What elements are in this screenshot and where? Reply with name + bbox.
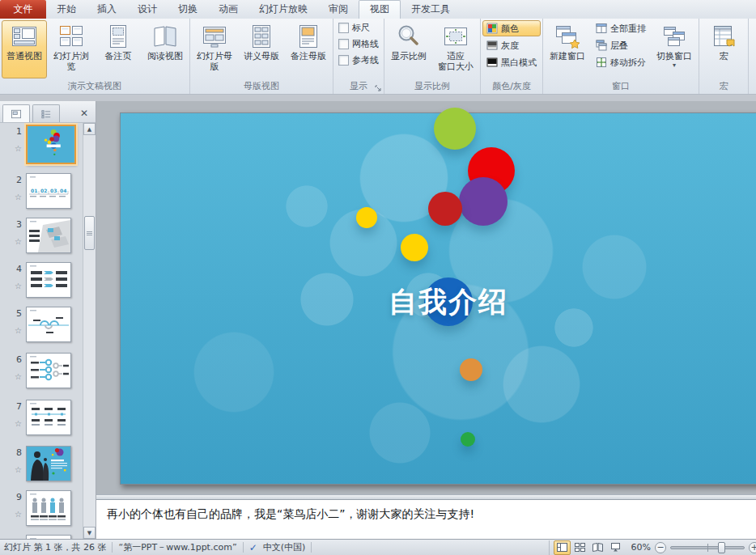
slide-circle-8[interactable] — [460, 358, 482, 381]
view-shortcuts — [549, 540, 624, 555]
move-split-button[interactable]: 移动拆分 — [592, 54, 650, 70]
ruler-checkbox[interactable] — [338, 23, 349, 33]
slide-master-label: 幻灯片母版 — [193, 51, 236, 72]
tab-view[interactable]: 视图 — [359, 0, 401, 19]
slide-thumbnail-3[interactable]: 3☆ — [0, 218, 71, 253]
zoom-out-button[interactable]: − — [655, 542, 666, 553]
slide-thumbnail-7[interactable]: 7☆ — [0, 400, 71, 435]
thumbnail-scrollbar[interactable]: ▲ ▼ — [83, 123, 96, 539]
zoom-percentage[interactable]: 60% — [631, 542, 651, 553]
ruler-button[interactable]: 标尺 — [335, 20, 382, 36]
slide-thumb-image[interactable] — [26, 307, 71, 342]
group-label-window: 窗口 — [543, 80, 699, 92]
switch-window-button[interactable]: 切换窗口▾ — [652, 20, 697, 78]
animation-star-icon: ☆ — [15, 419, 22, 428]
thumbnail-list: 1☆2☆010203043☆4☆5☆6☆7☆8☆9☆ — [0, 123, 83, 539]
dialog-launcher-icon[interactable] — [374, 84, 382, 92]
slide-thumbnail-2[interactable]: 2☆01020304 — [0, 173, 71, 209]
slide-thumb-image[interactable] — [26, 490, 71, 526]
slide-canvas[interactable]: 自我介绍 — [120, 112, 756, 485]
slide-thumb-image[interactable] — [26, 400, 71, 435]
slide-thumbnail-5[interactable]: 5☆ — [0, 307, 71, 342]
group-label-color-grayscale: 颜色/灰度 — [481, 80, 542, 92]
slide-thumbnail-1[interactable]: 1☆ — [0, 125, 76, 164]
fit-to-window-button[interactable]: 适应 窗口大小 — [433, 20, 478, 78]
slide-thumb-image[interactable] — [26, 446, 71, 481]
scroll-up-button[interactable]: ▲ — [83, 123, 96, 135]
reading-view-button[interactable]: 阅读视图 — [142, 20, 188, 78]
grayscale-button[interactable]: 灰度 — [482, 37, 541, 53]
notes-master-label: 备注母版 — [291, 51, 326, 61]
zoom-slider[interactable] — [670, 546, 745, 549]
slide-circle-6[interactable] — [401, 234, 428, 261]
handout-master-icon — [248, 23, 274, 49]
tab-slideshow[interactable]: 幻灯片放映 — [248, 0, 318, 19]
dropdown-arrow-icon: ▾ — [673, 62, 676, 69]
color-button[interactable]: 颜色 — [482, 20, 541, 36]
new-window-button[interactable]: 新建窗口 — [545, 20, 590, 78]
slideshow-button[interactable] — [607, 540, 624, 555]
ribbon-group-show: 标尺网格线参考线显示 — [333, 19, 384, 94]
notes-pane[interactable]: 再小的个体也有自己的品牌，我是“菜鸟店小二”，谢谢大家的关注与支持! — [96, 499, 756, 539]
notes-master-button[interactable]: 备注母版 — [286, 20, 331, 78]
scrollbar-thumb[interactable] — [84, 216, 95, 250]
outline-tab[interactable] — [32, 104, 60, 122]
tab-animations[interactable]: 动画 — [208, 0, 248, 19]
normal-view-button[interactable] — [554, 540, 571, 555]
close-panel-button[interactable]: ✕ — [78, 107, 91, 120]
macro-button[interactable]: 宏 — [701, 20, 746, 78]
color-label: 颜色 — [501, 23, 519, 34]
slide-thumb-image[interactable] — [26, 353, 71, 388]
normal-view-button[interactable]: 普通视图 — [2, 20, 47, 78]
slide-circle-4[interactable] — [428, 192, 462, 226]
tab-transitions[interactable]: 切换 — [168, 0, 208, 19]
animation-star-icon: ☆ — [15, 282, 22, 290]
slide-circle-5[interactable] — [356, 207, 377, 228]
slide-thumb-image[interactable]: 01020304 — [26, 173, 71, 209]
guides-button[interactable]: 参考线 — [335, 53, 382, 68]
notes-text[interactable]: 再小的个体也有自己的品牌，我是“菜鸟店小二”，谢谢大家的关注与支持! — [96, 500, 756, 522]
slide-circle-1[interactable] — [434, 108, 476, 150]
tab-insert[interactable]: 插入 — [87, 0, 127, 19]
zoom-button[interactable]: 显示比例 — [386, 20, 431, 78]
handout-master-button[interactable]: 讲义母版 — [239, 20, 284, 78]
spellcheck-icon[interactable]: ✓ — [249, 542, 257, 553]
reading-view-icon — [592, 543, 603, 552]
gridlines-button[interactable]: 网格线 — [335, 36, 382, 52]
tab-developer[interactable]: 开发工具 — [401, 0, 461, 19]
tab-design[interactable]: 设计 — [127, 0, 168, 19]
slide-circle-3[interactable] — [459, 177, 508, 226]
slide-circle-9[interactable] — [461, 432, 475, 447]
gridlines-checkbox[interactable] — [338, 39, 349, 49]
black-white-button[interactable]: 黑白模式 — [482, 54, 541, 70]
slide-sorter-button[interactable] — [571, 540, 588, 555]
slide-thumbnail-4[interactable]: 4☆ — [0, 262, 71, 298]
guides-checkbox[interactable] — [338, 55, 349, 66]
slide-thumb-image[interactable] — [26, 125, 76, 164]
scroll-down-button[interactable]: ▼ — [83, 527, 96, 539]
arrange-all-button[interactable]: 全部重排 — [592, 20, 650, 36]
slide-number: 9 — [16, 492, 22, 502]
outline-tab-icon — [40, 109, 52, 119]
zoom-in-button[interactable]: + — [749, 542, 756, 553]
tab-home[interactable]: 开始 — [46, 0, 87, 19]
cascade-button[interactable]: 层叠 — [592, 37, 650, 53]
slides-tab[interactable] — [2, 104, 30, 122]
slide-thumbnail-9[interactable]: 9☆ — [0, 490, 71, 526]
slide-master-icon — [202, 23, 227, 49]
slide-title[interactable]: 自我介绍 — [389, 283, 508, 321]
zoom-slider-thumb[interactable] — [718, 542, 725, 553]
slide-sorter-button[interactable]: 幻灯片浏览 — [49, 20, 94, 78]
reading-view-button[interactable] — [589, 540, 606, 555]
slide-thumb-image[interactable] — [26, 262, 71, 298]
slide-master-button[interactable]: 幻灯片母版 — [192, 20, 237, 78]
tab-file[interactable]: 文件 — [0, 0, 46, 19]
slide-number: 4 — [16, 264, 22, 274]
slide-thumb-image[interactable] — [26, 218, 71, 253]
slide-number: 3 — [16, 219, 22, 230]
language-indicator[interactable]: 中文(中国) — [263, 541, 306, 553]
slide-thumbnail-6[interactable]: 6☆ — [0, 353, 71, 388]
notes-page-button[interactable]: 备注页 — [96, 20, 141, 78]
slide-thumbnail-8[interactable]: 8☆ — [0, 446, 71, 481]
tab-review[interactable]: 审阅 — [318, 0, 359, 19]
